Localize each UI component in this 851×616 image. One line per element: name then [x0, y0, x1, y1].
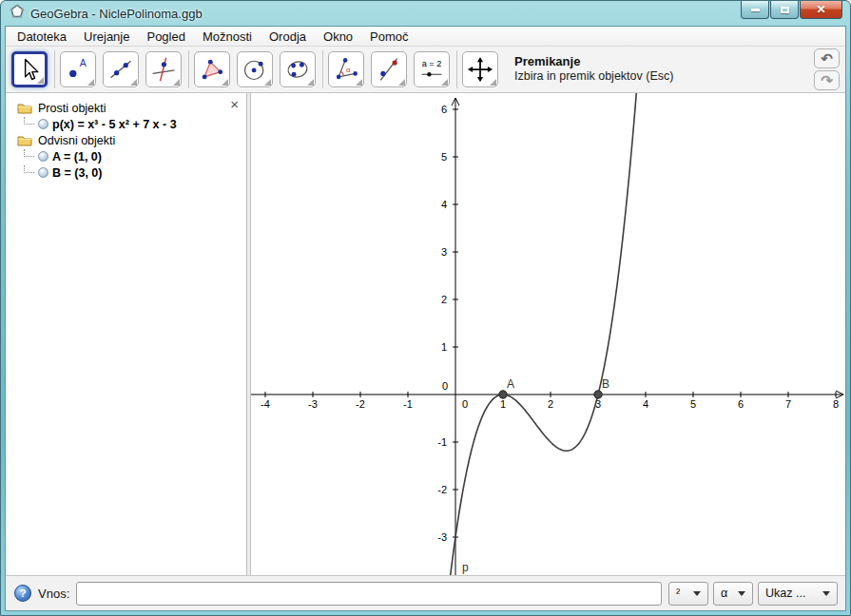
maximize-icon — [781, 7, 789, 13]
tool-move-button[interactable] — [11, 51, 48, 87]
x-axis-tick-label: 8 — [833, 398, 839, 410]
command-input[interactable] — [76, 582, 662, 606]
tool-dropdown-icon[interactable] — [398, 79, 405, 86]
point-label-B: B — [602, 377, 609, 391]
menu-item-okno[interactable]: Okno — [315, 28, 361, 46]
algebra-object-text: B = (3, 0) — [52, 166, 102, 180]
y-axis-tick-label: 5 — [441, 151, 447, 163]
y-axis-tick-label: 2 — [441, 294, 447, 305]
algebra-object-row[interactable]: A = (1, 0) — [6, 148, 246, 164]
tool-circle-button[interactable] — [237, 51, 273, 87]
tool-new-point-button[interactable]: A — [60, 51, 96, 87]
visibility-marble-icon[interactable] — [38, 151, 48, 162]
tool-polygon-button[interactable] — [194, 51, 230, 87]
visibility-marble-icon[interactable] — [38, 167, 48, 178]
dropdown-value: Ukaz ... — [765, 587, 805, 600]
y-axis-tick-label: 4 — [441, 199, 447, 210]
toolbar-separator — [322, 50, 323, 88]
menu-item-urejanje[interactable]: Urejanje — [75, 28, 138, 46]
algebra-view: × Prosti objektip(x) = x³ - 5 x² + 7 x -… — [6, 93, 246, 575]
toolbar-separator — [188, 50, 189, 88]
title-bar[interactable]: GeoGebra - NiclePolinoma.ggb ✕ — [1, 1, 850, 26]
svg-text:A: A — [80, 57, 87, 68]
tool-dropdown-icon[interactable] — [87, 79, 94, 86]
y-axis-tick-label: 3 — [441, 246, 447, 258]
visibility-marble-icon[interactable] — [38, 119, 48, 129]
tool-dropdown-icon[interactable] — [37, 77, 44, 84]
tool-angle-button[interactable]: α — [328, 51, 364, 87]
menu-item-orodja[interactable]: Orodja — [261, 28, 315, 46]
tool-perpendicular-line-button[interactable] — [145, 51, 182, 87]
active-tool-name: Premikanje — [514, 54, 673, 69]
tree-connector — [24, 165, 34, 173]
curve-label: p — [462, 561, 469, 574]
algebra-object-text: A = (1, 0) — [52, 150, 102, 164]
x-axis-tick-label: 1 — [500, 398, 506, 410]
app-window: GeoGebra - NiclePolinoma.ggb ✕ DatotekaU… — [0, 0, 851, 616]
window-controls: ✕ — [740, 1, 842, 19]
exponent-dropdown[interactable]: ² — [668, 582, 708, 606]
client-area: DatotekaUrejanjePogledMožnostiOrodjaOkno… — [5, 26, 846, 611]
app-icon — [10, 4, 25, 23]
undo-redo-group: ↶ ↷ — [814, 48, 840, 90]
point-A[interactable] — [499, 391, 507, 398]
tool-line-button[interactable] — [103, 51, 139, 87]
algebra-group[interactable]: Odvisni objekti — [6, 132, 246, 148]
y-axis-tick-label: 0 — [442, 380, 448, 392]
menu-item-monosti[interactable]: Možnosti — [194, 28, 261, 46]
menu-item-datoteka[interactable]: Datoteka — [9, 28, 75, 46]
tool-dropdown-icon[interactable] — [130, 79, 137, 86]
menu-bar: DatotekaUrejanjePogledMožnostiOrodjaOkno… — [6, 27, 845, 47]
active-tool-info: Premikanje Izbira in premik objektov (Es… — [514, 54, 673, 85]
maximize-button[interactable] — [770, 1, 799, 19]
main-area: × Prosti objektip(x) = x³ - 5 x² + 7 x -… — [6, 93, 845, 575]
algebra-object-text: p(x) = x³ - 5 x² + 7 x - 3 — [52, 118, 177, 131]
tool-ellipse-button[interactable] — [280, 51, 316, 87]
svg-text:a = 2: a = 2 — [422, 59, 442, 68]
y-axis-tick-label: -3 — [437, 531, 447, 543]
tool-dropdown-icon[interactable] — [490, 79, 496, 86]
y-axis-tick-label: -1 — [437, 436, 447, 448]
tool-slider-button[interactable]: a = 2 — [414, 51, 450, 87]
undo-button[interactable]: ↶ — [814, 48, 840, 68]
redo-button[interactable]: ↷ — [814, 70, 840, 90]
tool-dropdown-icon[interactable] — [307, 79, 314, 86]
x-axis-tick-label: 5 — [690, 398, 696, 410]
algebra-tree: Prosti objektip(x) = x³ - 5 x² + 7 x - 3… — [6, 100, 246, 181]
tool-dropdown-icon[interactable] — [222, 79, 228, 86]
menu-item-pogled[interactable]: Pogled — [138, 28, 193, 46]
toolbar-separator — [456, 50, 457, 88]
algebra-group-label: Prosti objekti — [38, 102, 106, 115]
algebra-group[interactable]: Prosti objekti — [6, 100, 246, 116]
tool-dropdown-icon[interactable] — [441, 79, 448, 86]
tool-dropdown-icon[interactable] — [173, 79, 180, 86]
tool-dropdown-icon[interactable] — [356, 79, 362, 86]
close-button[interactable]: ✕ — [800, 1, 842, 19]
greek-dropdown[interactable]: α — [713, 582, 753, 606]
graphics-view[interactable]: -4-3-2-1012345678-3-2-10123456pAB — [251, 93, 845, 575]
graphics-svg: -4-3-2-1012345678-3-2-10123456pAB — [251, 93, 845, 575]
function-curve[interactable] — [446, 93, 640, 575]
x-axis-tick-label: -3 — [308, 398, 318, 410]
x-axis-tick-label: -1 — [403, 398, 413, 410]
input-bar: ? Vnos: ²αUkaz ... — [6, 575, 845, 610]
help-icon[interactable]: ? — [14, 585, 31, 602]
tool-dropdown-icon[interactable] — [264, 79, 271, 86]
algebra-group-label: Odvisni objekti — [38, 134, 115, 147]
active-tool-description: Izbira in premik objektov (Esc) — [514, 69, 673, 85]
menu-item-pomo[interactable]: Pomoč — [361, 28, 416, 46]
y-axis-tick-label: 6 — [441, 104, 447, 115]
algebra-object-row[interactable]: p(x) = x³ - 5 x² + 7 x - 3 — [6, 116, 246, 132]
x-axis-tick-label: 2 — [548, 398, 553, 410]
minimize-button[interactable] — [741, 1, 769, 19]
algebra-object-row[interactable]: B = (3, 0) — [6, 164, 246, 181]
x-axis-tick-label: 7 — [785, 398, 791, 410]
dropdown-value: ² — [676, 587, 680, 600]
tool-move-graphics-view-button[interactable] — [462, 51, 498, 87]
x-axis-tick-label: 0 — [462, 398, 468, 410]
point-B[interactable] — [594, 391, 602, 398]
tool-reflect-button[interactable] — [371, 51, 407, 87]
close-panel-icon[interactable]: × — [230, 97, 239, 111]
command-dropdown[interactable]: Ukaz ... — [758, 582, 838, 606]
input-label: Vnos: — [38, 587, 69, 601]
